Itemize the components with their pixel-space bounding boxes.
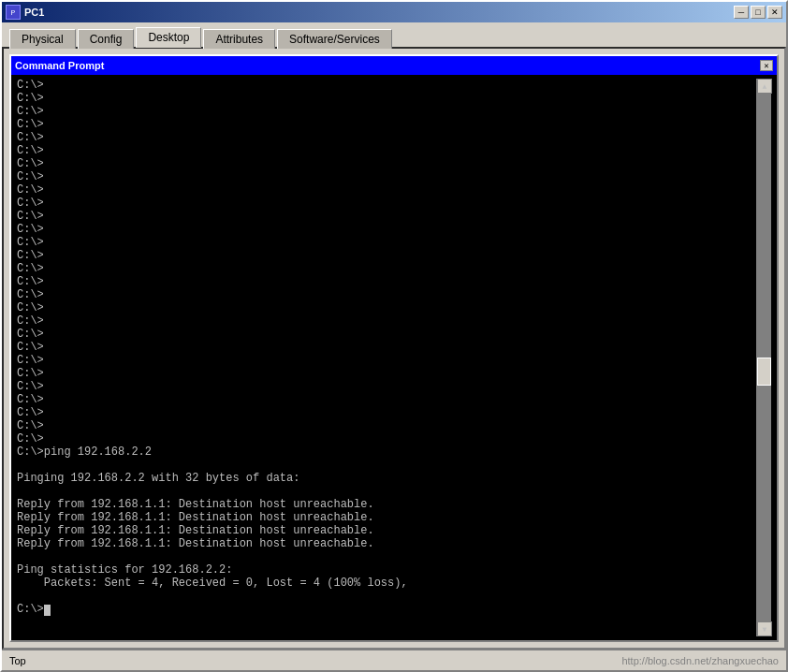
terminal-text[interactable]: C:\> C:\> C:\> C:\> C:\> C:\> C:\> C:\> … xyxy=(17,79,756,636)
tab-software-services[interactable]: Software/Services xyxy=(277,29,392,49)
close-window-button[interactable]: ✕ xyxy=(767,6,782,19)
cmd-title: Command Prompt xyxy=(15,60,104,71)
window-title: PC1 xyxy=(24,7,44,18)
cmd-title-bar: Command Prompt ✕ xyxy=(11,56,777,75)
cmd-window: Command Prompt ✕ C:\> C:\> C:\> C:\> C:\… xyxy=(9,54,779,642)
terminal-body: C:\> C:\> C:\> C:\> C:\> C:\> C:\> C:\> … xyxy=(11,75,777,640)
title-bar-left: P PC1 xyxy=(6,5,44,20)
tab-attributes[interactable]: Attributes xyxy=(203,29,275,49)
terminal-scrollbar: ▲ ▼ xyxy=(756,79,771,636)
window-icon: P xyxy=(6,5,21,20)
bottom-bar: Top http://blog.csdn.net/zhangxuechao xyxy=(2,650,786,670)
bottom-left-label: Top xyxy=(9,655,26,666)
scrollbar-up-button[interactable]: ▲ xyxy=(757,79,772,94)
main-content: Command Prompt ✕ C:\> C:\> C:\> C:\> C:\… xyxy=(2,47,786,650)
minimize-button[interactable]: ─ xyxy=(734,6,749,19)
scrollbar-thumb[interactable] xyxy=(757,358,771,386)
title-bar-buttons: ─ □ ✕ xyxy=(734,6,782,19)
scrollbar-down-button[interactable]: ▼ xyxy=(757,621,772,636)
tab-bar: Physical Config Desktop Attributes Softw… xyxy=(2,22,786,47)
cmd-close-button[interactable]: ✕ xyxy=(760,60,773,71)
tab-desktop[interactable]: Desktop xyxy=(136,27,201,48)
maximize-button[interactable]: □ xyxy=(751,6,766,19)
window-icon-text: P xyxy=(11,8,16,17)
tab-config[interactable]: Config xyxy=(78,29,135,49)
title-bar: P PC1 ─ □ ✕ xyxy=(2,2,786,22)
bottom-right-url: http://blog.csdn.net/zhangxuechao xyxy=(621,655,779,666)
main-window: P PC1 ─ □ ✕ Physical Config Desktop Attr… xyxy=(0,0,788,672)
tab-physical[interactable]: Physical xyxy=(9,29,76,49)
scrollbar-track xyxy=(757,94,771,621)
